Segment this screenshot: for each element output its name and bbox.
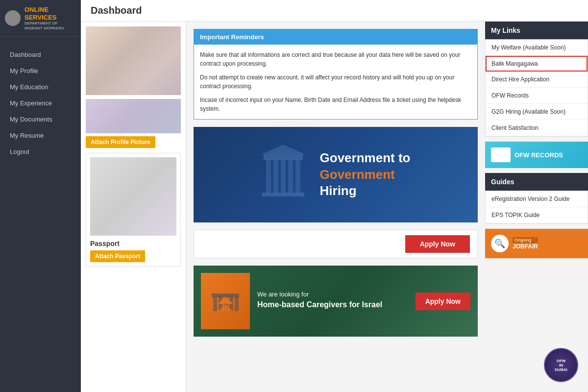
caregiver-apply-now-button[interactable]: Apply Now xyxy=(416,293,470,310)
sidebar-item-dashboard[interactable]: Dashboard xyxy=(0,47,81,63)
page-title: Dashboard xyxy=(91,5,578,16)
left-panel: Attach Profile Picture Passport Attach P… xyxy=(81,22,186,392)
caregiver-banner: We are looking for Home-based Caregivers… xyxy=(194,266,478,337)
main-content: Dashboard Attach Profile Picture Passpor… xyxy=(81,0,588,392)
top-bar: Dashboard xyxy=(81,0,588,22)
reminders-header: Important Reminders xyxy=(194,29,477,45)
ofw-dubai-badge[interactable]: OFW IN DUBAI xyxy=(544,348,578,382)
caregiver-looking-for: We are looking for xyxy=(257,291,416,298)
sidebar-item-profile[interactable]: My Profile xyxy=(0,63,81,79)
sidebar-item-resume[interactable]: My Resume xyxy=(0,127,81,144)
svg-rect-7 xyxy=(262,193,304,196)
svg-rect-3 xyxy=(288,159,293,194)
logo-services: SERVICES xyxy=(24,14,76,22)
reminder-1: Make sure that all informations are corr… xyxy=(200,50,471,68)
g2g-apply-bar: Apply Now xyxy=(194,230,478,258)
svg-rect-0 xyxy=(266,159,271,194)
sidebar-item-education[interactable]: My Education xyxy=(0,79,81,95)
jobfair-label: JOBFAIR xyxy=(513,243,538,250)
jobfair-icon: 🔍 xyxy=(491,235,509,252)
logo-online: ONLINE xyxy=(24,6,76,14)
profile-image-bottom xyxy=(86,99,181,133)
g2g-building-icon xyxy=(261,145,310,205)
g2g-line2: Government xyxy=(320,167,411,183)
ofw-dubai-line2: IN xyxy=(559,363,563,368)
my-links-client-satisfaction[interactable]: Client Satisfaction xyxy=(486,120,588,136)
my-links-direct-hire[interactable]: Direct Hire Application xyxy=(486,72,588,88)
svg-rect-12 xyxy=(235,296,239,311)
ongoing-label: Ongoing xyxy=(513,237,538,243)
caregiver-text: We are looking for Home-based Caregivers… xyxy=(257,291,416,312)
my-links-list: My Welfare (Available Soon) Balik Mangag… xyxy=(485,39,588,137)
guides-eps-topik[interactable]: EPS TOPIK Guide xyxy=(486,207,588,223)
reminder-3: Incase of incorrect input on your Name, … xyxy=(200,96,471,113)
attach-passport-button[interactable]: Attach Passport xyxy=(90,250,145,262)
sidebar-item-documents[interactable]: My Documents xyxy=(0,111,81,127)
caregiver-bold-text: Home-based Caregivers for Israel xyxy=(257,300,416,309)
attach-profile-picture-button[interactable]: Attach Profile Picture xyxy=(86,136,155,148)
ofw-dubai-line1: OFW xyxy=(557,359,566,363)
my-links-header: My Links xyxy=(485,22,588,39)
svg-rect-5 xyxy=(264,154,303,160)
right-panel: My Links My Welfare (Available Soon) Bal… xyxy=(485,22,588,392)
jobfair-text-group: Ongoing JOBFAIR xyxy=(513,237,538,250)
reminders-box: Important Reminders Make sure that all i… xyxy=(194,29,478,120)
my-links-welfare[interactable]: My Welfare (Available Soon) xyxy=(486,40,588,56)
my-links-balik-mangagawa[interactable]: Balik Mangagawa xyxy=(486,56,588,72)
passport-image xyxy=(90,157,176,236)
g2g-line1: Government to xyxy=(320,150,411,167)
passport-label: Passport xyxy=(90,240,176,247)
g2g-text: Government to Government Hiring xyxy=(320,150,411,199)
jobfair-banner[interactable]: 🔍 Ongoing JOBFAIR xyxy=(485,229,588,258)
svg-rect-4 xyxy=(295,159,300,194)
logo-text: ONLINE SERVICES DEPARTMENT OF MIGRANT WO… xyxy=(24,6,76,30)
logo-icon xyxy=(5,10,21,26)
reminder-2: Do not attempt to create new account, it… xyxy=(200,73,471,91)
my-links-g2g[interactable]: G2G Hiring (Available Soon) xyxy=(486,104,588,120)
caregiver-icon-box xyxy=(201,273,250,329)
svg-rect-2 xyxy=(281,159,286,194)
g2g-banner: Government to Government Hiring xyxy=(194,127,478,222)
sidebar-logo: ONLINE SERVICES DEPARTMENT OF MIGRANT WO… xyxy=(0,0,81,37)
sidebar-item-logout[interactable]: Logout xyxy=(0,144,81,160)
guides-ereg[interactable]: eRegistration Version 2 Guide xyxy=(486,191,588,207)
center-panel: Important Reminders Make sure that all i… xyxy=(186,22,485,392)
passport-section: Passport Attach Passport xyxy=(86,153,181,267)
svg-rect-8 xyxy=(213,296,217,311)
content-area: Attach Profile Picture Passport Attach P… xyxy=(81,22,588,392)
guides-header: Guides xyxy=(485,173,588,191)
logo-dept: DEPARTMENT OF MIGRANT WORKERS xyxy=(24,21,76,30)
guides-list: eRegistration Version 2 Guide EPS TOPIK … xyxy=(485,191,588,224)
profile-image-top xyxy=(86,26,181,95)
ofw-records-banner[interactable]: OFW RECORDS xyxy=(485,142,588,168)
sidebar-nav: Dashboard My Profile My Education My Exp… xyxy=(0,47,81,160)
ofw-monitor-icon xyxy=(491,147,511,162)
my-links-ofw-records[interactable]: OFW Records xyxy=(486,88,588,104)
ofw-dubai-line3: DUBAI xyxy=(555,368,567,372)
svg-marker-6 xyxy=(261,145,305,154)
svg-rect-1 xyxy=(273,159,278,194)
ofw-records-text: OFW RECORDS xyxy=(514,151,563,159)
reminders-body: Make sure that all informations are corr… xyxy=(194,45,477,119)
sidebar: ONLINE SERVICES DEPARTMENT OF MIGRANT WO… xyxy=(0,0,81,392)
g2g-line3: Hiring xyxy=(320,183,411,199)
sidebar-item-experience[interactable]: My Experience xyxy=(0,95,81,111)
g2g-apply-now-button[interactable]: Apply Now xyxy=(405,235,470,253)
